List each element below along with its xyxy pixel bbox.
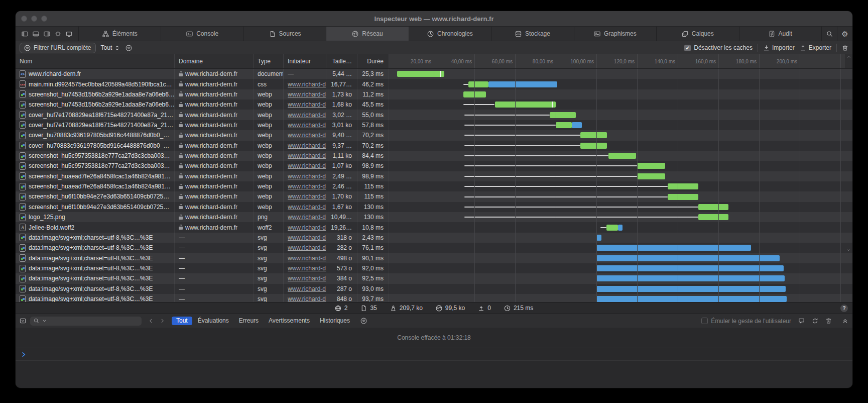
- resource-initiator[interactable]: www.richard-d…: [288, 265, 326, 272]
- resource-initiator[interactable]: www.richard-d…: [288, 285, 326, 292]
- scrollbar-up-arrow[interactable]: [845, 54, 852, 68]
- tab-chronologies[interactable]: Chronologies: [409, 27, 491, 41]
- speech-bubble-icon[interactable]: [798, 318, 805, 324]
- column-header-type[interactable]: Type: [254, 54, 284, 68]
- resource-initiator[interactable]: www.richard-d…: [288, 255, 326, 262]
- table-row[interactable]: data:image/svg+xml;charset=utf-8,%3C…%3E…: [16, 284, 852, 294]
- resource-initiator[interactable]: www.richard-d…: [288, 295, 326, 302]
- device-icon[interactable]: [66, 31, 72, 37]
- table-row[interactable]: cover_huf7e1708829ea18f6715e48271400e87a…: [16, 110, 852, 120]
- tab-réseau[interactable]: Réseau: [326, 27, 408, 41]
- resource-initiator[interactable]: www.richard-d…: [288, 173, 326, 180]
- tab-graphismes[interactable]: Graphismes: [574, 27, 656, 41]
- previous-result-button[interactable]: [148, 318, 154, 324]
- resource-initiator[interactable]: www.richard-d…: [288, 162, 326, 169]
- resource-type-select[interactable]: Tout: [101, 44, 121, 51]
- reload-icon[interactable]: [812, 318, 818, 324]
- table-row[interactable]: data:image/svg+xml;charset=utf-8,%3C…%3E…: [16, 263, 852, 273]
- console-scope-erreurs[interactable]: Erreurs: [234, 317, 263, 325]
- table-row[interactable]: data:image/svg+xml;charset=utf-8,%3C…%3E…: [16, 233, 852, 243]
- summary-item: 2: [335, 305, 348, 312]
- panel-right-icon[interactable]: [44, 31, 50, 37]
- table-row[interactable]: logo_125.pngwww.richard-dern.frpngwww.ri…: [16, 212, 852, 222]
- filter-circle-button[interactable]: [126, 45, 132, 51]
- column-header-nom[interactable]: Nom: [16, 54, 175, 68]
- panel-bottom-icon[interactable]: [33, 31, 39, 37]
- column-header-domaine[interactable]: Domaine: [175, 54, 254, 68]
- console-scope-avertissements[interactable]: Avertissements: [264, 317, 314, 325]
- resource-initiator[interactable]: www.richard-d…: [288, 112, 326, 119]
- table-row[interactable]: data:image/svg+xml;charset=utf-8,%3C…%3E…: [16, 243, 852, 253]
- console-filter-button[interactable]: [360, 318, 367, 324]
- close-window-button[interactable]: [21, 16, 27, 22]
- tab-calques[interactable]: Calques: [656, 27, 738, 41]
- table-row[interactable]: AJellee-Bold.woff2www.richard-dern.frwof…: [16, 222, 852, 232]
- resource-initiator[interactable]: www.richard-d…: [288, 193, 326, 200]
- column-header-taille[interactable]: Taille…: [326, 54, 357, 68]
- table-row[interactable]: data:image/svg+xml;charset=utf-8,%3C…%3E…: [16, 294, 852, 302]
- resource-initiator[interactable]: www.richard-d…: [288, 81, 326, 88]
- help-button[interactable]: ?: [840, 305, 848, 312]
- resource-initiator[interactable]: www.richard-d…: [288, 244, 326, 251]
- resource-initiator[interactable]: www.richard-d…: [288, 224, 326, 231]
- table-row[interactable]: screenshot_hu7453d15b6b2a929e1adaa8e7a06…: [16, 89, 852, 99]
- console-scope-évaluations[interactable]: Évaluations: [193, 317, 233, 325]
- console-scope-historiques[interactable]: Historiques: [315, 317, 354, 325]
- summary-item: 209,7 ko: [390, 305, 423, 312]
- tab-console[interactable]: Console: [161, 27, 243, 41]
- panel-left-icon[interactable]: [22, 31, 28, 37]
- table-row[interactable]: <>www.richard-dern.frwww.richard-dern.fr…: [16, 69, 852, 79]
- tab-sources[interactable]: Sources: [243, 27, 326, 41]
- next-result-button[interactable]: [159, 318, 166, 324]
- url-filter-field[interactable]: Filtrer l'URL complète: [20, 43, 96, 53]
- resource-initiator[interactable]: www.richard-d…: [288, 142, 326, 149]
- search-button[interactable]: [821, 27, 837, 41]
- column-header-duree[interactable]: Durée: [357, 54, 389, 68]
- console-scope-tout[interactable]: Tout: [172, 317, 192, 325]
- table-row[interactable]: screenshot_hu5c957353818e777ca27d3c3cba0…: [16, 161, 852, 171]
- resource-initiator[interactable]: www.richard-d…: [288, 132, 326, 139]
- console-prompt[interactable]: [16, 348, 852, 361]
- console-search-input[interactable]: [30, 317, 142, 326]
- zoom-window-button[interactable]: [41, 16, 47, 22]
- tab-stockage[interactable]: Stockage: [491, 27, 573, 41]
- table-row[interactable]: screenshot_hu5c957353818e777ca27d3c3cba0…: [16, 151, 852, 161]
- resource-initiator[interactable]: www.richard-d…: [288, 204, 326, 211]
- resource-initiator[interactable]: www.richard-d…: [288, 183, 326, 190]
- resource-initiator[interactable]: www.richard-d…: [288, 214, 326, 221]
- resource-initiator[interactable]: www.richard-d…: [288, 152, 326, 159]
- resource-initiator[interactable]: www.richard-d…: [288, 91, 326, 98]
- disable-caches-checkbox[interactable]: ✓ Désactiver les caches: [684, 44, 753, 51]
- table-row[interactable]: data:image/svg+xml;charset=utf-8,%3C…%3E…: [16, 273, 852, 283]
- clear-network-items-button[interactable]: [842, 45, 848, 51]
- resource-initiator[interactable]: www.richard-d…: [288, 275, 326, 282]
- table-row[interactable]: cssmain.min.d9924575ec0bba420589a48d5190…: [16, 79, 852, 89]
- scrollbar-down-arrow[interactable]: [846, 247, 851, 254]
- table-row[interactable]: screenshot_hu6f10bb94e27e3d63b651409cb07…: [16, 202, 852, 212]
- emulate-user-gesture-checkbox[interactable]: Émuler le geste de l'utilisateur: [701, 318, 791, 325]
- settings-button[interactable]: ⚙: [837, 27, 852, 41]
- tab-éléments[interactable]: Éléments: [78, 27, 161, 41]
- import-button[interactable]: Importer: [763, 44, 795, 51]
- target-icon[interactable]: [55, 31, 61, 37]
- resource-initiator[interactable]: www.richard-d…: [288, 122, 326, 129]
- resource-initiator[interactable]: www.richard-d…: [288, 101, 326, 108]
- console-mode-button[interactable]: [20, 318, 26, 324]
- table-header: NomDomaineTypeInitiateurTaille…Durée20,0…: [16, 54, 852, 69]
- collapse-console-icon[interactable]: [842, 318, 848, 324]
- resource-initiator[interactable]: www.richard-d…: [288, 234, 326, 241]
- table-row[interactable]: screenshot_huaead7fe26a8458fcac1a46b824a…: [16, 171, 852, 181]
- export-button[interactable]: Exporter: [800, 44, 831, 51]
- trash-icon[interactable]: [825, 318, 832, 324]
- table-row[interactable]: cover_hu70883c936197805bd916c4488876d0b0…: [16, 141, 852, 151]
- tab-audit[interactable]: Audit: [739, 27, 821, 41]
- waterfall-cell: [389, 233, 852, 243]
- table-row[interactable]: data:image/svg+xml;charset=utf-8,%3C…%3E…: [16, 253, 852, 263]
- column-header-initiateur[interactable]: Initiateur: [284, 54, 326, 68]
- minimize-window-button[interactable]: [31, 16, 37, 22]
- table-row[interactable]: cover_huf7e1708829ea18f6715e48271400e87a…: [16, 120, 852, 130]
- table-row[interactable]: screenshot_hu6f10bb94e27e3d63b651409cb07…: [16, 191, 852, 201]
- table-row[interactable]: screenshot_hu7453d15b6b2a929e1adaa8e7a06…: [16, 99, 852, 110]
- table-row[interactable]: screenshot_huaead7fe26a8458fcac1a46b824a…: [16, 181, 852, 191]
- table-row[interactable]: cover_hu70883c936197805bd916c4488876d0b0…: [16, 130, 852, 140]
